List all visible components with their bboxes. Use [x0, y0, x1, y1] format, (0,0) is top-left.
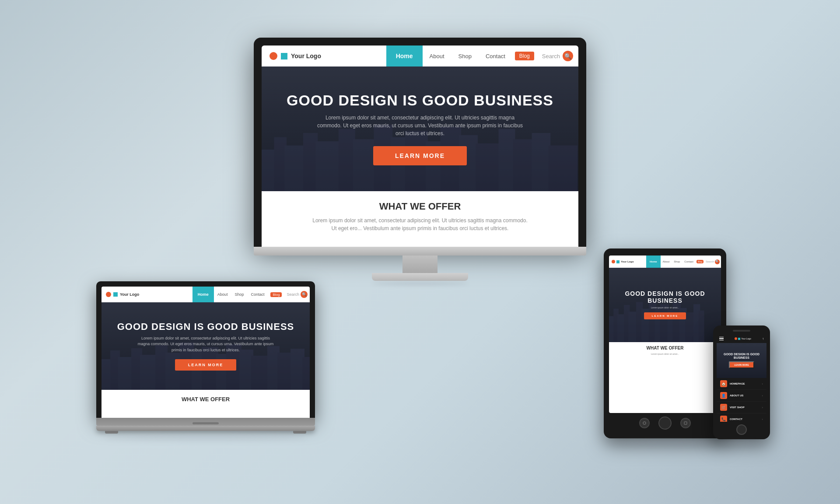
desktop-nav-shop[interactable]: Shop — [452, 53, 479, 60]
laptop-hero-subtitle: Lorem ipsum dolor sit amet, consectetur … — [136, 336, 276, 354]
phone-menu-item-homepage[interactable]: 🏠 HOMEPAGE › — [717, 378, 766, 390]
svg-rect-6 — [353, 139, 376, 191]
desktop-nav-search: Search 🔍 — [537, 51, 578, 61]
desktop-nav-blog[interactable]: Blog — [515, 52, 534, 60]
laptop-logo-square — [113, 292, 118, 297]
laptop-feet — [96, 431, 315, 434]
laptop-logo-circle — [106, 292, 111, 297]
phone-device: Your Logo ↑ GOOD DESIGN IS GOOD BUSINESS… — [713, 326, 770, 444]
laptop-offer-section: WHAT WE OFFER — [102, 390, 310, 418]
phone-menu-item-contact[interactable]: 📞 CONTACT › — [717, 413, 766, 422]
tablet-search-icon[interactable]: 🔍 — [715, 259, 720, 264]
tablet-nav-contact[interactable]: Contact — [682, 260, 696, 263]
hamburger-line-2 — [719, 338, 724, 339]
svg-rect-14 — [499, 129, 515, 192]
phone-logo-circle — [735, 337, 737, 340]
svg-rect-51 — [699, 311, 704, 342]
laptop-nav-contact[interactable]: Contact — [247, 292, 268, 297]
phone-menu-label-contact: CONTACT — [730, 418, 742, 420]
desktop-offer-subtitle: Lorem ipsum dolor sit amet, consectetur … — [311, 217, 529, 232]
laptop-search-icon[interactable]: 🔍 — [301, 291, 308, 298]
desktop-stand-neck — [402, 256, 438, 273]
tablet-nav-blog[interactable]: Blog — [696, 260, 704, 263]
tablet-logo-circle — [612, 260, 615, 263]
laptop-nav-about[interactable]: About — [214, 292, 231, 297]
logo-square-icon — [281, 53, 287, 60]
desktop-stand-top — [254, 247, 586, 256]
tablet-logo-area: Your Logo — [609, 256, 646, 268]
phone-learn-more-button[interactable]: LEARN MORE — [729, 361, 754, 368]
phone-physical-home-btn[interactable] — [736, 424, 747, 435]
about-menu-icon: 👤 — [720, 392, 727, 399]
phone-menu-header: Your Logo ↑ — [717, 334, 766, 343]
phone-menu-item-shop[interactable]: 🛒 VISIT SHOP › — [717, 402, 766, 413]
desktop-nav-contact[interactable]: Contact — [479, 53, 512, 60]
laptop-base-detail — [192, 422, 219, 424]
phone-speaker — [733, 330, 750, 332]
laptop-screen-outer: Your Logo Home About Shop Contact Blog S… — [96, 281, 315, 418]
laptop-logo-area: Your Logo — [102, 287, 192, 302]
tablet-offer-title: WHAT WE OFFER — [614, 346, 716, 350]
desktop-logo-area: Your Logo — [262, 46, 386, 66]
laptop-bottom — [96, 426, 315, 431]
tablet-home-button[interactable] — [658, 416, 672, 430]
tablet-nav: Your Logo Home About Shop Contact Blog S… — [609, 256, 721, 268]
phone-reflection — [718, 441, 766, 444]
share-icon[interactable]: ↑ — [762, 337, 764, 341]
desktop-screen-outer: Your Logo Home About Shop Contact Blog S… — [254, 38, 586, 247]
phone-menu-item-about[interactable]: 👤 ABOUT US › — [717, 390, 766, 402]
phone-menu-arrow-about: › — [762, 394, 763, 398]
laptop-hero-title: GOOD DESIGN IS GOOD BUSINESS — [117, 322, 294, 332]
desktop-nav-about[interactable]: About — [423, 53, 452, 60]
search-icon[interactable]: 🔍 — [563, 51, 573, 61]
tablet-screen: Your Logo Home About Shop Contact Blog S… — [609, 256, 721, 413]
laptop-foot-left — [105, 431, 118, 434]
phone-menu-arrow-contact: › — [762, 417, 763, 421]
laptop-nav-blog[interactable]: Blog — [270, 292, 282, 297]
desktop-search-label: Search — [542, 53, 560, 60]
laptop-nav-shop[interactable]: Shop — [231, 292, 247, 297]
tablet-nav-home[interactable]: Home — [646, 256, 661, 268]
tablet-logo-text: Your Logo — [621, 260, 634, 263]
tablet-recent-button[interactable] — [680, 418, 691, 428]
tablet-search-label: Search — [706, 260, 714, 263]
laptop-screen-inner: Your Logo Home About Shop Contact Blog S… — [102, 287, 310, 418]
phone-menu-arrow-homepage: › — [762, 382, 763, 386]
tablet-nav-shop[interactable]: Shop — [672, 260, 682, 263]
tablet-device: Your Logo Home About Shop Contact Blog S… — [604, 248, 726, 444]
tablet-outer: Your Logo Home About Shop Contact Blog S… — [604, 248, 726, 438]
desktop-learn-more-button[interactable]: LEARN MORE — [373, 146, 467, 165]
tablet-reflection — [608, 440, 722, 444]
laptop-nav-search: Search 🔍 — [284, 291, 310, 298]
svg-point-52 — [643, 422, 646, 424]
hamburger-icon[interactable] — [719, 337, 724, 341]
hamburger-line-3 — [719, 340, 724, 341]
logo-circle-icon — [270, 52, 277, 60]
tablet-nav-about[interactable]: About — [661, 260, 672, 263]
svg-rect-5 — [339, 129, 355, 192]
laptop-nav-home[interactable]: Home — [192, 287, 214, 302]
phone-outer: Your Logo ↑ GOOD DESIGN IS GOOD BUSINESS… — [713, 326, 770, 439]
tablet-home-bar — [609, 413, 721, 431]
tablet-back-button[interactable] — [639, 418, 650, 428]
svg-rect-3 — [303, 133, 318, 191]
desktop-nav-home[interactable]: Home — [386, 46, 423, 66]
laptop-logo-text: Your Logo — [120, 292, 139, 297]
laptop-nav: Your Logo Home About Shop Contact Blog S… — [102, 287, 310, 302]
tablet-hero: GOOD DESIGN IS GOOD BUSINESS Lorem ipsum… — [609, 268, 721, 342]
phone-menu-label-homepage: HOMEPAGE — [730, 382, 745, 385]
desktop-offer-title: WHAT WE OFFER — [279, 201, 561, 212]
phone-logo-square — [738, 338, 740, 340]
laptop-offer-title: WHAT WE OFFER — [110, 396, 301, 402]
tablet-learn-more-button[interactable]: LEARN MORE — [644, 312, 686, 319]
svg-rect-2 — [284, 146, 305, 192]
desktop-reflection — [372, 282, 468, 285]
tablet-offer-subtitle: Lorem ipsum dolor sit amet... — [621, 353, 709, 356]
shop-menu-icon: 🛒 — [720, 404, 727, 411]
laptop-foot-right — [293, 431, 306, 434]
svg-rect-15 — [513, 139, 534, 191]
tablet-nav-search: Search 🔍 — [704, 259, 721, 264]
phone-screen: Your Logo ↑ GOOD DESIGN IS GOOD BUSINESS… — [717, 334, 766, 422]
desktop-logo-text: Your Logo — [291, 52, 321, 60]
laptop-learn-more-button[interactable]: LEARN MORE — [175, 359, 237, 371]
